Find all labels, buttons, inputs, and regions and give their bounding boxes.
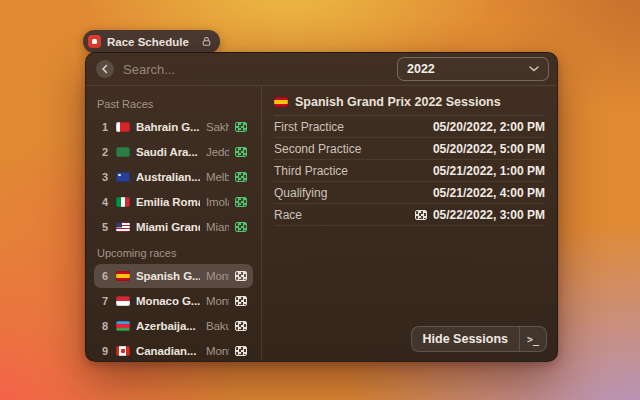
race-number: 3 <box>100 171 110 183</box>
session-datetime: 05/22/2022, 3:00 PM <box>415 208 545 222</box>
window-body: Past Races 1 Bahrain G... Sakhir, Bahr..… <box>86 86 557 362</box>
race-location: Miami, USA <box>206 221 229 233</box>
session-row-first-practice[interactable]: First Practice 05/20/2022, 2:00 PM <box>274 116 545 138</box>
sessions-pane: Spanish Grand Prix 2022 Sessions First P… <box>262 86 557 362</box>
session-row-race[interactable]: Race 05/22/2022, 3:00 PM <box>274 204 545 226</box>
race-name: Miami Grand... <box>136 221 200 233</box>
race-number: 2 <box>100 146 110 158</box>
race-list: Past Races 1 Bahrain G... Sakhir, Bahr..… <box>86 86 262 362</box>
session-label: First Practice <box>274 120 344 134</box>
session-label: Race <box>274 208 302 222</box>
desktop-wallpaper: { "colors": { "accent_red": "#e23b2e", "… <box>0 0 640 400</box>
race-row-monaco[interactable]: 7 Monaco G... Monte-Carl... <box>94 289 253 313</box>
checkered-flag-icon <box>415 210 427 220</box>
race-location: Montreal, C... <box>206 345 229 357</box>
chevron-down-icon <box>529 66 539 72</box>
app-icon <box>88 35 101 48</box>
section-past-races: Past Races <box>97 98 250 110</box>
session-label: Qualifying <box>274 186 327 200</box>
session-datetime: 05/20/2022, 2:00 PM <box>433 120 545 134</box>
bahrain-flag-icon <box>116 122 130 132</box>
upcoming-checkered-flag-icon <box>235 321 247 331</box>
azerbaijan-flag-icon <box>116 321 130 331</box>
session-row-qualifying[interactable]: Qualifying 05/21/2022, 4:00 PM <box>274 182 545 204</box>
upcoming-checkered-flag-icon <box>235 271 247 281</box>
finished-checkered-flag-icon <box>235 172 247 182</box>
race-location: Monte-Carl... <box>206 295 229 307</box>
race-name: Canadian... <box>136 345 200 357</box>
spain-flag-icon <box>274 97 288 107</box>
race-row-australia[interactable]: 3 Australian... Melbourne,... <box>94 165 253 189</box>
spain-flag-icon <box>116 271 130 281</box>
year-dropdown-value: 2022 <box>407 62 435 76</box>
race-row-spain-selected[interactable]: 6 Spanish G... Montmeló,... <box>94 264 253 288</box>
search-input[interactable]: Search... <box>123 62 388 77</box>
finished-checkered-flag-icon <box>235 147 247 157</box>
race-number: 7 <box>100 295 110 307</box>
sessions-title: Spanish Grand Prix 2022 Sessions <box>295 95 501 109</box>
italy-flag-icon <box>116 197 130 207</box>
window-tab-title: Race Schedule <box>107 36 189 48</box>
section-upcoming-races: Upcoming races <box>97 247 250 259</box>
race-number: 9 <box>100 345 110 357</box>
usa-flag-icon <box>116 222 130 232</box>
race-name: Monaco G... <box>136 295 200 307</box>
lock-icon[interactable] <box>195 36 212 47</box>
race-number: 5 <box>100 221 110 233</box>
upcoming-checkered-flag-icon <box>235 296 247 306</box>
race-name: Azerbaija... <box>136 320 200 332</box>
session-label: Third Practice <box>274 164 348 178</box>
year-dropdown[interactable]: 2022 <box>397 57 549 81</box>
session-datetime: 05/21/2022, 4:00 PM <box>433 186 545 200</box>
session-row-second-practice[interactable]: Second Practice 05/20/2022, 5:00 PM <box>274 138 545 160</box>
race-row-azerbaijan[interactable]: 8 Azerbaija... Baku, Azerb... <box>94 314 253 338</box>
race-row-saudi-arabia[interactable]: 2 Saudi Ara... Jeddah, Sa... <box>94 140 253 164</box>
finished-checkered-flag-icon <box>235 122 247 132</box>
race-name: Australian... <box>136 171 200 183</box>
race-name: Emilia Roma... <box>136 196 200 208</box>
footer-actions: Hide Sessions >_ <box>411 326 547 352</box>
race-row-emilia-romagna[interactable]: 4 Emilia Roma... Imola, Italy <box>94 190 253 214</box>
window-tab[interactable]: Race Schedule <box>83 30 220 53</box>
session-row-third-practice[interactable]: Third Practice 05/21/2022, 1:00 PM <box>274 160 545 182</box>
window-header: Search... 2022 <box>86 53 557 86</box>
race-number: 8 <box>100 320 110 332</box>
race-name: Spanish G... <box>136 270 200 282</box>
race-location: Montmeló,... <box>206 270 229 282</box>
back-button[interactable] <box>96 60 114 78</box>
canada-flag-icon <box>116 346 130 356</box>
race-name: Bahrain G... <box>136 121 200 133</box>
race-row-bahrain[interactable]: 1 Bahrain G... Sakhir, Bahr... <box>94 115 253 139</box>
australia-flag-icon <box>116 172 130 182</box>
finished-checkered-flag-icon <box>235 197 247 207</box>
session-label: Second Practice <box>274 142 361 156</box>
hide-sessions-button[interactable]: Hide Sessions <box>412 327 519 351</box>
race-row-canada[interactable]: 9 Canadian... Montreal, C... <box>94 339 253 362</box>
race-name: Saudi Ara... <box>136 146 200 158</box>
race-number: 4 <box>100 196 110 208</box>
upcoming-checkered-flag-icon <box>235 346 247 356</box>
monaco-flag-icon <box>116 296 130 306</box>
race-location: Jeddah, Sa... <box>206 146 229 158</box>
finished-checkered-flag-icon <box>235 222 247 232</box>
race-number: 6 <box>100 270 110 282</box>
session-datetime: 05/21/2022, 1:00 PM <box>433 164 545 178</box>
race-schedule-window: Search... 2022 Past Races 1 Bahrain G...… <box>85 52 558 362</box>
race-number: 1 <box>100 121 110 133</box>
race-location: Melbourne,... <box>206 171 229 183</box>
sessions-header: Spanish Grand Prix 2022 Sessions <box>274 89 545 116</box>
race-location: Imola, Italy <box>206 196 229 208</box>
race-location: Sakhir, Bahr... <box>206 121 229 133</box>
race-row-miami[interactable]: 5 Miami Grand... Miami, USA <box>94 215 253 239</box>
race-location: Baku, Azerb... <box>206 320 229 332</box>
session-datetime: 05/20/2022, 5:00 PM <box>433 142 545 156</box>
terminal-shortcut-button[interactable]: >_ <box>520 327 546 351</box>
saudi-arabia-flag-icon <box>116 147 130 157</box>
